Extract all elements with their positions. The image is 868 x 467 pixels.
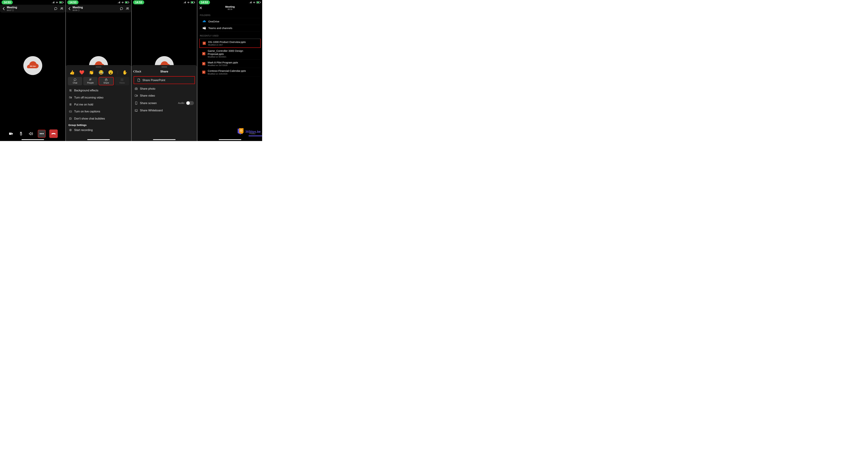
speaker-button[interactable] [28,130,34,137]
audio-toggle[interactable] [186,101,194,105]
pill-people[interactable]: People [83,77,98,85]
meeting-title-block: Meeting 00:07 [7,6,53,11]
home-indicator[interactable] [219,139,241,140]
no-chat-bubble-icon [69,117,72,120]
status-bar: 14:53 [0,0,65,5]
people-button[interactable] [60,7,63,10]
menu-item-background-effects[interactable]: Background effects [66,87,131,94]
file-row[interactable]: P DG-1000 Product Overview.pptx Modified… [199,38,260,48]
svg-rect-23 [129,2,129,3]
svg-point-25 [127,8,128,9]
file-row[interactable]: P Contoso-Financial-Calendar.pptx Modifi… [199,68,260,76]
mic-off-button[interactable] [18,130,24,137]
svg-point-64 [205,27,205,28]
svg-rect-37 [71,103,71,105]
more-button[interactable] [38,130,45,137]
svg-rect-36 [70,103,70,105]
chat-button[interactable] [120,7,123,10]
meeting-header: Meeting 00:07 [0,5,65,12]
share-list: Share PowerPoint Share photo Share video… [131,76,197,114]
share-back-button[interactable]: Back [133,70,141,73]
menu-item-hide-chat-bubbles[interactable]: Don't show chat bubbles [66,115,131,122]
svg-text:365 tips: 365 tips [30,65,36,67]
grid-icon [121,78,124,81]
screen-2: 14:53 Meeting 00:09 [66,0,131,141]
svg-point-28 [91,79,91,80]
chat-button[interactable] [54,7,57,10]
close-button[interactable] [199,6,202,9]
home-indicator[interactable] [22,139,44,140]
share-title: Share [160,70,168,73]
sheet-handle[interactable] [96,67,101,67]
site-watermark: 365tips.be [237,128,260,135]
reaction-thumbs-up[interactable]: 👍 [69,70,75,75]
svg-rect-48 [194,2,195,3]
sheet-handle[interactable] [161,67,167,67]
reaction-clap[interactable]: 👏 [89,70,94,75]
status-time-pill[interactable]: 14:53 [2,0,13,4]
powerpoint-icon: P [202,62,206,65]
status-time-pill[interactable]: 14:53 [199,0,210,4]
status-time-pill[interactable]: 14:53 [67,0,79,4]
file-name: Mark 8 Pilot Program.pptx [208,61,258,64]
menu-item-live-captions[interactable]: CC Turn on live captions [66,108,131,115]
camera-off-button[interactable] [8,130,14,137]
menu-item-turn-off-incoming-video[interactable]: Turn off incoming video [66,94,131,101]
home-indicator[interactable] [153,139,176,140]
wifi-icon [55,1,58,3]
options-list: Background effects Turn off incoming vid… [66,87,131,122]
share-item-photo[interactable]: Share photo [131,85,197,92]
svg-rect-61 [257,2,259,3]
reaction-heart[interactable]: ❤️ [79,70,85,75]
pill-row: Chat People Share Views [66,77,131,85]
shield-icon [78,9,80,11]
share-item-label: Share video [140,94,155,97]
chat-icon [73,78,76,81]
svg-rect-45 [185,2,185,3]
file-meta: Modified on 9/2/2021 [208,56,258,58]
menu-label: Don't show chat bubbles [74,117,105,120]
meeting-timer-row: 00:07 [7,9,53,11]
share-item-powerpoint[interactable]: Share PowerPoint [134,76,195,84]
reaction-raise-hand[interactable]: ✋ [122,70,127,75]
back-button[interactable] [68,7,71,10]
back-button[interactable] [2,7,5,10]
file-row[interactable]: P Mark 8 Pilot Program.pptx Modified on … [199,59,260,68]
screen-4: 14:53 Meeting 00:16 FOLDERS OneDrive T T… [197,0,262,141]
share-item-label: Share PowerPoint [143,79,165,82]
reaction-row: 👍 ❤️ 👏 😂 😮 ✋ [66,69,131,77]
folder-row-teams[interactable]: T Teams and channels [200,25,260,32]
file-row[interactable]: P Game_Controller 3300 Design Proposal.p… [199,48,260,59]
status-time-pill[interactable]: 14:53 [133,0,144,4]
svg-point-8 [62,8,63,8]
reaction-surprised[interactable]: 😮 [108,70,113,75]
folder-row-onedrive[interactable]: OneDrive [200,18,260,25]
phone-icon [135,101,138,104]
share-item-video[interactable]: Share video [131,92,197,99]
svg-rect-30 [121,79,122,80]
menu-item-put-on-hold[interactable]: Put me on hold [66,101,131,108]
menu-item-start-recording[interactable]: Start recording [66,126,131,133]
pill-chat[interactable]: Chat [68,77,82,85]
share-item-whiteboard[interactable]: Share Whiteboard [131,107,197,114]
svg-rect-51 [135,95,137,97]
video-icon [135,94,138,97]
pill-share[interactable]: Share [99,77,114,85]
share-item-screen[interactable]: Share screen Audio [131,99,197,107]
meeting-title: Meeting [73,6,118,9]
pill-label: People [87,82,94,84]
svg-point-16 [41,133,42,134]
battery-charging-icon [59,1,63,3]
people-button[interactable] [126,7,129,10]
reaction-laugh[interactable]: 😂 [98,70,104,75]
battery-charging-icon [256,1,260,3]
powerpoint-icon: P [203,41,206,45]
svg-rect-58 [251,1,251,3]
record-icon [69,129,72,131]
home-indicator[interactable] [87,139,110,140]
menu-label: Start recording [74,128,93,132]
reaction-separator [118,70,118,74]
svg-line-40 [69,118,71,120]
pill-views: Views [115,77,129,85]
hangup-button[interactable] [49,129,58,138]
